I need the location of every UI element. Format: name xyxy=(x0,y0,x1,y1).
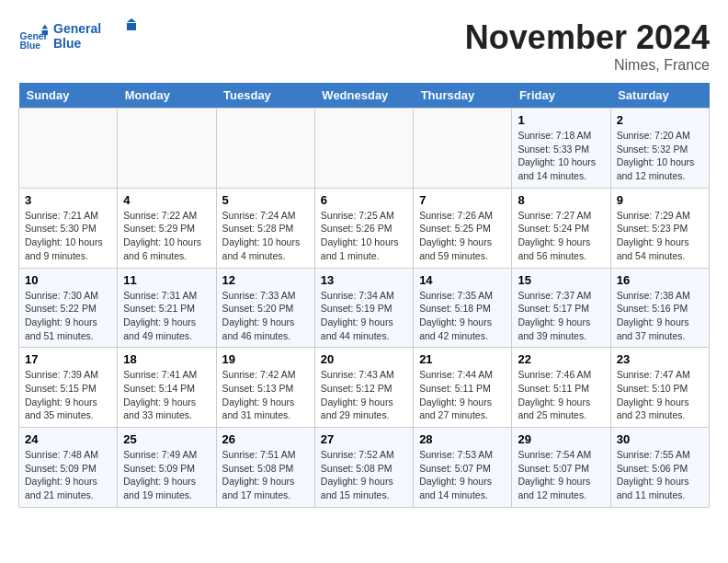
calendar-week-row: 10Sunrise: 7:30 AMSunset: 5:22 PMDayligh… xyxy=(19,268,710,348)
day-number: 15 xyxy=(518,273,604,287)
day-number: 20 xyxy=(321,352,407,366)
svg-text:Blue: Blue xyxy=(53,36,82,51)
day-number: 3 xyxy=(25,193,111,207)
weekday-header: Sunday xyxy=(19,83,118,109)
weekday-header: Friday xyxy=(512,83,610,109)
day-info: Sunrise: 7:25 AMSunset: 5:26 PMDaylight:… xyxy=(321,209,407,263)
day-number: 1 xyxy=(518,113,604,127)
calendar-cell: 25Sunrise: 7:49 AMSunset: 5:09 PMDayligh… xyxy=(118,428,216,508)
day-number: 22 xyxy=(518,352,604,366)
weekday-header-row: SundayMondayTuesdayWednesdayThursdayFrid… xyxy=(19,83,710,109)
day-number: 27 xyxy=(321,432,407,446)
day-number: 23 xyxy=(617,352,703,366)
svg-marker-6 xyxy=(127,18,136,22)
day-info: Sunrise: 7:31 AMSunset: 5:21 PMDaylight:… xyxy=(123,289,210,343)
day-info: Sunrise: 7:21 AMSunset: 5:30 PMDaylight:… xyxy=(25,209,111,263)
weekday-header: Tuesday xyxy=(216,83,314,109)
day-info: Sunrise: 7:52 AMSunset: 5:08 PMDaylight:… xyxy=(321,448,407,502)
day-number: 16 xyxy=(617,273,703,287)
day-number: 29 xyxy=(518,432,604,446)
day-number: 19 xyxy=(222,352,309,366)
calendar-week-row: 1Sunrise: 7:18 AMSunset: 5:33 PMDaylight… xyxy=(19,109,710,189)
logo: General Blue General Blue xyxy=(18,18,136,57)
day-info: Sunrise: 7:39 AMSunset: 5:15 PMDaylight:… xyxy=(25,368,111,422)
day-info: Sunrise: 7:37 AMSunset: 5:17 PMDaylight:… xyxy=(518,289,604,343)
weekday-header: Monday xyxy=(118,83,216,109)
weekday-header: Wednesday xyxy=(314,83,413,109)
day-info: Sunrise: 7:24 AMSunset: 5:28 PMDaylight:… xyxy=(222,209,309,263)
day-number: 25 xyxy=(123,432,210,446)
calendar-cell: 30Sunrise: 7:55 AMSunset: 5:06 PMDayligh… xyxy=(610,428,709,508)
svg-text:General: General xyxy=(53,21,101,36)
day-number: 12 xyxy=(222,273,309,287)
calendar-cell: 11Sunrise: 7:31 AMSunset: 5:21 PMDayligh… xyxy=(118,268,216,348)
day-number: 10 xyxy=(25,273,111,287)
calendar-cell: 27Sunrise: 7:52 AMSunset: 5:08 PMDayligh… xyxy=(314,428,413,508)
calendar-cell: 18Sunrise: 7:41 AMSunset: 5:14 PMDayligh… xyxy=(118,348,216,428)
calendar-cell: 7Sunrise: 7:26 AMSunset: 5:25 PMDaylight… xyxy=(414,188,512,268)
day-number: 9 xyxy=(617,193,703,207)
day-number: 5 xyxy=(222,193,309,207)
calendar-cell: 10Sunrise: 7:30 AMSunset: 5:22 PMDayligh… xyxy=(19,268,118,348)
calendar-cell: 23Sunrise: 7:47 AMSunset: 5:10 PMDayligh… xyxy=(610,348,709,428)
calendar-cell xyxy=(314,109,413,189)
day-info: Sunrise: 7:30 AMSunset: 5:22 PMDaylight:… xyxy=(25,289,111,343)
day-info: Sunrise: 7:55 AMSunset: 5:06 PMDaylight:… xyxy=(617,448,703,502)
logo-svg: General Blue xyxy=(53,18,136,53)
day-number: 13 xyxy=(321,273,407,287)
calendar-cell: 28Sunrise: 7:53 AMSunset: 5:07 PMDayligh… xyxy=(414,428,512,508)
day-number: 14 xyxy=(419,273,506,287)
svg-marker-3 xyxy=(42,30,48,35)
day-number: 30 xyxy=(617,432,703,446)
calendar-cell: 5Sunrise: 7:24 AMSunset: 5:28 PMDaylight… xyxy=(216,188,314,268)
calendar-cell xyxy=(414,109,512,189)
location: Nimes, France xyxy=(465,57,710,74)
calendar-cell: 29Sunrise: 7:54 AMSunset: 5:07 PMDayligh… xyxy=(512,428,610,508)
day-number: 11 xyxy=(123,273,210,287)
day-number: 18 xyxy=(123,352,210,366)
day-info: Sunrise: 7:53 AMSunset: 5:07 PMDaylight:… xyxy=(419,448,506,502)
calendar-cell: 17Sunrise: 7:39 AMSunset: 5:15 PMDayligh… xyxy=(19,348,118,428)
weekday-header: Saturday xyxy=(610,83,709,109)
calendar-cell: 26Sunrise: 7:51 AMSunset: 5:08 PMDayligh… xyxy=(216,428,314,508)
day-info: Sunrise: 7:41 AMSunset: 5:14 PMDaylight:… xyxy=(123,368,210,422)
calendar-cell: 2Sunrise: 7:20 AMSunset: 5:32 PMDaylight… xyxy=(610,109,709,189)
day-number: 8 xyxy=(518,193,604,207)
day-info: Sunrise: 7:46 AMSunset: 5:11 PMDaylight:… xyxy=(518,368,604,422)
calendar-week-row: 3Sunrise: 7:21 AMSunset: 5:30 PMDaylight… xyxy=(19,188,710,268)
calendar-cell xyxy=(216,109,314,189)
calendar-cell: 8Sunrise: 7:27 AMSunset: 5:24 PMDaylight… xyxy=(512,188,610,268)
calendar-table: SundayMondayTuesdayWednesdayThursdayFrid… xyxy=(18,83,710,508)
calendar-cell: 19Sunrise: 7:42 AMSunset: 5:13 PMDayligh… xyxy=(216,348,314,428)
logo-icon: General Blue xyxy=(18,23,48,52)
day-number: 4 xyxy=(123,193,210,207)
weekday-header: Thursday xyxy=(414,83,512,109)
day-info: Sunrise: 7:38 AMSunset: 5:16 PMDaylight:… xyxy=(617,289,703,343)
calendar-cell: 15Sunrise: 7:37 AMSunset: 5:17 PMDayligh… xyxy=(512,268,610,348)
day-info: Sunrise: 7:54 AMSunset: 5:07 PMDaylight:… xyxy=(518,448,604,502)
day-info: Sunrise: 7:44 AMSunset: 5:11 PMDaylight:… xyxy=(419,368,506,422)
day-info: Sunrise: 7:49 AMSunset: 5:09 PMDaylight:… xyxy=(123,448,210,502)
svg-rect-7 xyxy=(127,23,136,30)
day-info: Sunrise: 7:29 AMSunset: 5:23 PMDaylight:… xyxy=(617,209,703,263)
day-info: Sunrise: 7:22 AMSunset: 5:29 PMDaylight:… xyxy=(123,209,210,263)
day-info: Sunrise: 7:18 AMSunset: 5:33 PMDaylight:… xyxy=(518,129,604,183)
calendar-cell: 24Sunrise: 7:48 AMSunset: 5:09 PMDayligh… xyxy=(19,428,118,508)
day-info: Sunrise: 7:27 AMSunset: 5:24 PMDaylight:… xyxy=(518,209,604,263)
day-number: 24 xyxy=(25,432,111,446)
page-header: General Blue General Blue November 2024 … xyxy=(18,18,710,74)
day-info: Sunrise: 7:51 AMSunset: 5:08 PMDaylight:… xyxy=(222,448,309,502)
calendar-cell: 3Sunrise: 7:21 AMSunset: 5:30 PMDaylight… xyxy=(19,188,118,268)
day-number: 2 xyxy=(617,113,703,127)
calendar-cell: 4Sunrise: 7:22 AMSunset: 5:29 PMDaylight… xyxy=(118,188,216,268)
day-number: 21 xyxy=(419,352,506,366)
day-info: Sunrise: 7:35 AMSunset: 5:18 PMDaylight:… xyxy=(419,289,506,343)
calendar-cell: 12Sunrise: 7:33 AMSunset: 5:20 PMDayligh… xyxy=(216,268,314,348)
calendar-cell: 14Sunrise: 7:35 AMSunset: 5:18 PMDayligh… xyxy=(414,268,512,348)
calendar-cell: 20Sunrise: 7:43 AMSunset: 5:12 PMDayligh… xyxy=(314,348,413,428)
calendar-cell: 16Sunrise: 7:38 AMSunset: 5:16 PMDayligh… xyxy=(610,268,709,348)
title-block: November 2024 Nimes, France xyxy=(465,18,710,74)
calendar-cell: 9Sunrise: 7:29 AMSunset: 5:23 PMDaylight… xyxy=(610,188,709,268)
calendar-cell: 1Sunrise: 7:18 AMSunset: 5:33 PMDaylight… xyxy=(512,109,610,189)
calendar-cell: 6Sunrise: 7:25 AMSunset: 5:26 PMDaylight… xyxy=(314,188,413,268)
